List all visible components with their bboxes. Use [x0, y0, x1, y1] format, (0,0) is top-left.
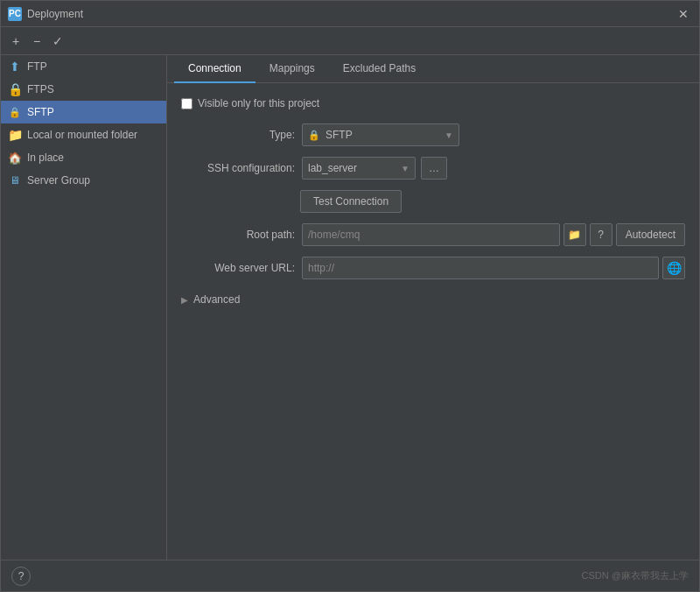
- web-url-control: 🌐: [302, 257, 685, 279]
- ssh-control: lab_server ▼ …: [302, 157, 685, 180]
- type-row: Type: 🔒 SFTP ▼: [181, 123, 685, 146]
- deployment-dialog: PC Deployment ✕ + − ✓ ⬆ FTP 🔒 FTPS 🔒 SFT…: [0, 0, 700, 592]
- sftp-type-icon: 🔒: [308, 129, 320, 141]
- confirm-button[interactable]: ✓: [48, 32, 67, 51]
- close-button[interactable]: ✕: [675, 5, 692, 23]
- ssh-row: SSH configuration: lab_server ▼ …: [181, 157, 685, 180]
- root-path-help-button[interactable]: ?: [590, 223, 612, 246]
- sidebar-label-local: Local or mounted folder: [27, 129, 137, 141]
- help-button[interactable]: ?: [11, 567, 31, 586]
- ssh-label: SSH configuration:: [181, 162, 295, 174]
- tab-connection[interactable]: Connection: [174, 55, 256, 83]
- ssh-config-button[interactable]: …: [421, 157, 447, 180]
- folder-icon: 📁: [8, 128, 22, 142]
- visible-project-row: Visible only for this project: [181, 97, 685, 109]
- ftps-icon: 🔒: [8, 82, 22, 96]
- root-path-browse-button[interactable]: 📁: [564, 223, 586, 246]
- remove-button[interactable]: −: [27, 32, 46, 51]
- root-path-control: 📁 ? Autodetect: [302, 223, 685, 246]
- titlebar: PC Deployment ✕: [1, 1, 699, 27]
- sidebar-label-servergroup: Server Group: [27, 174, 90, 187]
- sidebar-item-local[interactable]: 📁 Local or mounted folder: [1, 123, 166, 146]
- connection-panel: Visible only for this project Type: 🔒 SF…: [167, 83, 699, 560]
- add-button[interactable]: +: [6, 32, 25, 51]
- sidebar-label-ftp: FTP: [27, 60, 47, 73]
- web-url-row: Web server URL: 🌐: [181, 257, 685, 279]
- sidebar-item-sftp[interactable]: 🔒 SFTP: [1, 101, 166, 123]
- web-url-input[interactable]: [302, 257, 659, 279]
- ssh-dropdown-arrow: ▼: [401, 164, 410, 173]
- autodetect-button[interactable]: Autodetect: [616, 223, 685, 246]
- advanced-label: Advanced: [193, 293, 240, 306]
- sftp-icon: 🔒: [8, 105, 22, 119]
- sidebar-item-servergroup[interactable]: 🖥 Server Group: [1, 169, 166, 192]
- type-dropdown-arrow: ▼: [444, 130, 453, 140]
- tabs: Connection Mappings Excluded Paths: [167, 55, 699, 83]
- watermark: CSDN @麻衣带我去上学: [582, 569, 689, 582]
- sidebar: ⬆ FTP 🔒 FTPS 🔒 SFTP 📁 Local or mounted f…: [1, 55, 167, 560]
- root-path-label: Root path:: [181, 229, 295, 241]
- app-icon: PC: [8, 7, 22, 21]
- type-value: SFTP: [326, 129, 439, 141]
- test-connection-button[interactable]: Test Connection: [300, 190, 402, 213]
- type-dropdown[interactable]: 🔒 SFTP ▼: [302, 123, 459, 146]
- sidebar-label-inplace: In place: [27, 152, 64, 164]
- test-connection-row: Test Connection: [181, 190, 685, 223]
- bottom-bar: ? CSDN @麻衣带我去上学: [1, 560, 699, 591]
- main-content: ⬆ FTP 🔒 FTPS 🔒 SFTP 📁 Local or mounted f…: [1, 55, 699, 560]
- sidebar-label-sftp: SFTP: [27, 106, 54, 118]
- ftp-icon: ⬆: [8, 60, 22, 74]
- sidebar-item-ftp[interactable]: ⬆ FTP: [1, 55, 166, 78]
- titlebar-left: PC Deployment: [8, 7, 83, 21]
- toolbar: + − ✓: [1, 27, 699, 55]
- tab-excluded-paths[interactable]: Excluded Paths: [329, 55, 430, 83]
- advanced-section: ▶ Advanced: [181, 290, 685, 309]
- advanced-header[interactable]: ▶ Advanced: [181, 290, 685, 309]
- tab-mappings[interactable]: Mappings: [256, 55, 329, 83]
- root-path-row: Root path: 📁 ? Autodetect: [181, 223, 685, 246]
- sidebar-label-ftps: FTPS: [27, 83, 54, 95]
- visible-project-label: Visible only for this project: [198, 97, 319, 109]
- root-path-input[interactable]: [302, 223, 560, 246]
- visible-project-checkbox[interactable]: [181, 98, 192, 109]
- sidebar-item-ftps[interactable]: 🔒 FTPS: [1, 78, 166, 101]
- type-label: Type:: [181, 129, 295, 141]
- server-icon: 🖥: [8, 173, 22, 187]
- right-panel: Connection Mappings Excluded Paths Visib…: [167, 55, 699, 560]
- advanced-arrow-icon: ▶: [181, 295, 188, 305]
- ssh-value: lab_server: [308, 162, 396, 174]
- web-url-globe-button[interactable]: 🌐: [662, 257, 685, 279]
- type-control: 🔒 SFTP ▼: [302, 123, 685, 146]
- home-icon: 🏠: [8, 151, 22, 165]
- ssh-dropdown[interactable]: lab_server ▼: [302, 157, 416, 180]
- web-url-label: Web server URL:: [181, 262, 295, 274]
- window-title: Deployment: [27, 8, 83, 20]
- sidebar-item-inplace[interactable]: 🏠 In place: [1, 146, 166, 169]
